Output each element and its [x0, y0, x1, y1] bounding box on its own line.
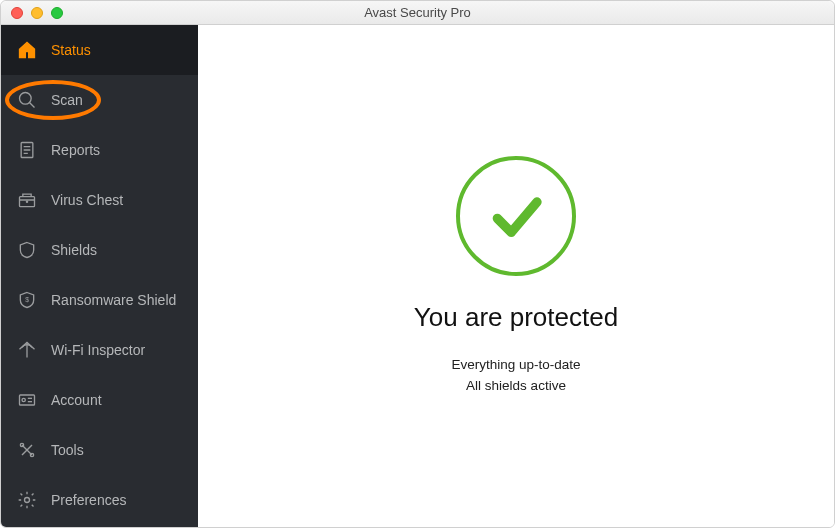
- account-icon: [17, 390, 37, 410]
- ransomware-shield-icon: $: [17, 290, 37, 310]
- checkmark-icon: [488, 188, 544, 244]
- status-line1: Everything up-to-date: [451, 355, 580, 375]
- tools-icon: [17, 440, 37, 460]
- sidebar-item-preferences[interactable]: Preferences: [1, 475, 198, 525]
- svg-text:$: $: [25, 296, 29, 303]
- sidebar-item-status[interactable]: Status: [1, 25, 198, 75]
- sidebar: Status Scan Reports Virus Chest Shields: [1, 25, 198, 527]
- svg-point-7: [26, 200, 29, 203]
- sidebar-item-label: Preferences: [51, 492, 126, 508]
- chest-icon: [17, 190, 37, 210]
- window-title: Avast Security Pro: [1, 5, 834, 20]
- svg-point-10: [22, 398, 25, 401]
- window-titlebar: Avast Security Pro: [1, 1, 834, 25]
- shield-icon: [17, 240, 37, 260]
- sidebar-item-label: Virus Chest: [51, 192, 123, 208]
- window-controls: [1, 7, 63, 19]
- svg-line-1: [30, 103, 35, 108]
- search-icon: [17, 90, 37, 110]
- status-subtext: Everything up-to-date All shields active: [451, 355, 580, 396]
- main-panel: You are protected Everything up-to-date …: [198, 25, 834, 527]
- home-icon: [17, 40, 37, 60]
- gear-icon: [17, 490, 37, 510]
- sidebar-item-label: Ransomware Shield: [51, 292, 176, 308]
- svg-point-15: [25, 498, 30, 503]
- sidebar-item-label: Status: [51, 42, 91, 58]
- svg-point-0: [20, 93, 32, 105]
- sidebar-item-shields[interactable]: Shields: [1, 225, 198, 275]
- status-heading: You are protected: [414, 302, 618, 333]
- document-icon: [17, 140, 37, 160]
- status-indicator: [456, 156, 576, 276]
- zoom-button[interactable]: [51, 7, 63, 19]
- sidebar-item-ransomware-shield[interactable]: $ Ransomware Shield: [1, 275, 198, 325]
- sidebar-item-reports[interactable]: Reports: [1, 125, 198, 175]
- sidebar-item-label: Account: [51, 392, 102, 408]
- minimize-button[interactable]: [31, 7, 43, 19]
- wifi-icon: [17, 340, 37, 360]
- sidebar-item-label: Shields: [51, 242, 97, 258]
- sidebar-item-account[interactable]: Account: [1, 375, 198, 425]
- sidebar-item-label: Reports: [51, 142, 100, 158]
- sidebar-item-wifi-inspector[interactable]: Wi-Fi Inspector: [1, 325, 198, 375]
- sidebar-item-tools[interactable]: Tools: [1, 425, 198, 475]
- close-button[interactable]: [11, 7, 23, 19]
- content-area: Status Scan Reports Virus Chest Shields: [1, 25, 834, 527]
- sidebar-item-label: Scan: [51, 92, 83, 108]
- sidebar-item-label: Tools: [51, 442, 84, 458]
- status-line2: All shields active: [451, 376, 580, 396]
- sidebar-item-label: Wi-Fi Inspector: [51, 342, 145, 358]
- sidebar-item-scan[interactable]: Scan: [1, 75, 198, 125]
- sidebar-item-virus-chest[interactable]: Virus Chest: [1, 175, 198, 225]
